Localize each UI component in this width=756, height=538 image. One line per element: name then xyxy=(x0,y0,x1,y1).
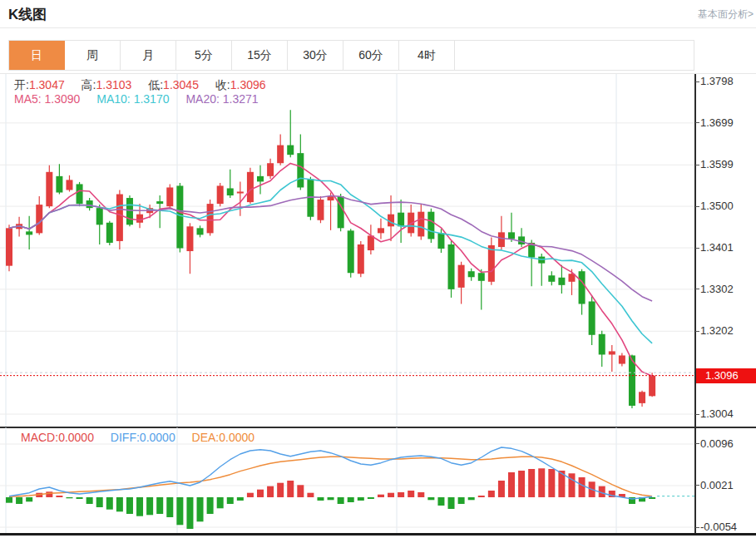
y-axis-tick-label: 1.3004 xyxy=(700,407,734,421)
y-axis-tick-label: -0.0054 xyxy=(700,521,737,534)
y-axis-tick-label: 0.0021 xyxy=(700,479,734,492)
candlestick-chart[interactable] xyxy=(0,74,695,427)
y-axis-tick-label: 0.0096 xyxy=(700,437,734,451)
y-axis-tick-label: 1.3202 xyxy=(700,324,734,338)
y-axis-tick-label: 1.3798 xyxy=(700,75,734,88)
ma-legend: MA5: 1.3090 MA10: 1.3170 MA20: 1.3271 xyxy=(14,92,272,106)
y-axis-tick-label: 1.3699 xyxy=(700,116,734,130)
y-axis-tick-mark xyxy=(695,248,699,249)
tab-week[interactable]: 周 xyxy=(65,41,121,70)
close-value: 1.3096 xyxy=(230,78,266,91)
open-label: 开: xyxy=(14,78,29,91)
header-divider xyxy=(0,27,756,28)
y-axis-tick-mark xyxy=(695,414,699,415)
chart-bottom-border xyxy=(0,533,756,536)
y-axis-tick-label: 1.3500 xyxy=(700,200,734,213)
dea-label: DEA: xyxy=(192,431,220,444)
tab-60min[interactable]: 60分 xyxy=(343,41,399,70)
tab-4hour[interactable]: 4时 xyxy=(399,41,455,70)
diff-label: DIFF: xyxy=(111,431,140,444)
low-label: 低: xyxy=(148,78,163,91)
close-label: 收: xyxy=(215,78,230,91)
ma10-label: MA10: xyxy=(96,92,130,106)
diff-value: 0.0000 xyxy=(140,431,175,444)
y-axis-tick-mark xyxy=(695,443,699,444)
y-axis-tick-mark xyxy=(695,81,699,82)
low-value: 1.3045 xyxy=(163,78,199,91)
y-axis-tick-mark xyxy=(695,289,699,289)
macd-label: MACD: xyxy=(21,431,58,444)
y-axis-tick-mark xyxy=(695,206,699,207)
y-axis-tick-mark xyxy=(695,165,699,165)
y-axis-tick-label: 1.3599 xyxy=(700,158,734,171)
y-axis-tick-mark xyxy=(695,331,699,332)
current-price-badge: 1.3096 xyxy=(696,368,756,383)
y-axis-tick-label: 1.3401 xyxy=(700,241,734,254)
tab-30min[interactable]: 30分 xyxy=(288,41,343,70)
macd-value: 0.0000 xyxy=(58,431,94,444)
y-axis-tick-mark xyxy=(695,122,699,123)
y-axis-line xyxy=(694,74,696,535)
high-value: 1.3103 xyxy=(96,78,132,91)
open-value: 1.3047 xyxy=(29,78,65,91)
tab-month[interactable]: 月 xyxy=(121,41,176,70)
high-label: 高: xyxy=(82,78,96,91)
tab-15min[interactable]: 15分 xyxy=(232,41,288,70)
ma10-value: 1.3170 xyxy=(134,92,170,106)
y-axis-tick-mark xyxy=(695,485,699,486)
kline-chart-area: 开:1.3047 高:1.3103 低:1.3045 收:1.3096 MA5:… xyxy=(0,73,756,536)
ma5-label: MA5: xyxy=(14,92,42,106)
page-title: K线图 xyxy=(8,5,47,24)
ohlc-legend: 开:1.3047 高:1.3103 低:1.3045 收:1.3096 xyxy=(14,78,279,93)
macd-legend: MACD:0.0000 DIFF:0.0000 DEA:0.0000 xyxy=(21,431,268,444)
ma20-value: 1.3271 xyxy=(223,92,259,106)
dea-value: 0.0000 xyxy=(219,431,254,444)
ma5-value: 1.3090 xyxy=(45,92,81,106)
fundamental-analysis-link[interactable]: 基本面分析> xyxy=(698,7,754,22)
tab-5min[interactable]: 5分 xyxy=(176,41,232,70)
y-axis-tick-label: 1.3302 xyxy=(700,283,734,296)
tab-day[interactable]: 日 xyxy=(9,41,65,70)
period-tabbar: 日 周 月 5分 15分 30分 60分 4时 xyxy=(8,40,694,71)
y-axis-tick-mark xyxy=(695,527,699,528)
ma20-label: MA20: xyxy=(185,92,219,106)
